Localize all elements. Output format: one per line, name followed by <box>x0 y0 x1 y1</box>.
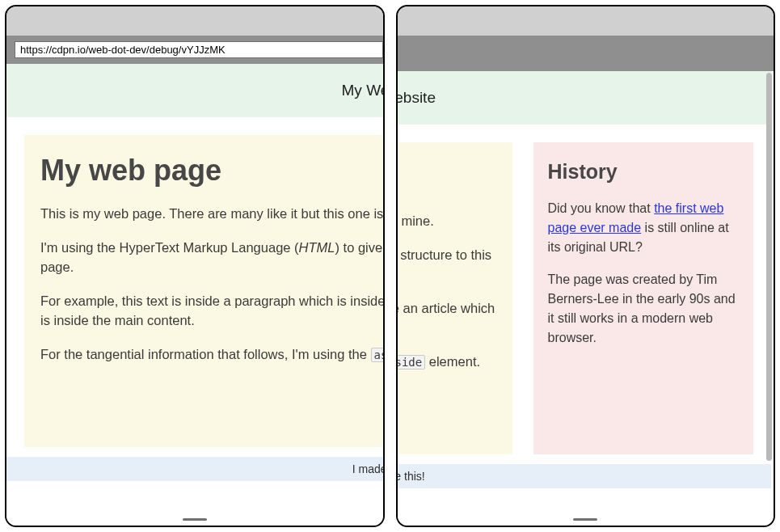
article-p4a: For the tangential information that foll… <box>40 347 371 361</box>
device-top-bar <box>6 6 383 36</box>
url-input[interactable] <box>15 41 383 58</box>
article: My web page This is my web page. There a… <box>24 135 383 447</box>
site-title: My Website <box>342 82 383 99</box>
article-p2b: ) to give structure to this page. <box>398 247 492 281</box>
viewport-right[interactable]: My Website My web page This is my web pa… <box>398 71 774 526</box>
article-heading: My web page <box>40 150 383 192</box>
device-left: My Website My web page This is my web pa… <box>5 5 385 527</box>
article-p1: This is my web page. There are many like… <box>398 212 496 231</box>
aside-code-tag: aside <box>371 348 383 362</box>
article-p2a: I'm using the HyperText Markup Language … <box>40 240 299 255</box>
article-p4: For the tangential information that foll… <box>398 353 496 372</box>
site-header: My Website <box>6 64 383 117</box>
device-top-bar <box>398 6 774 36</box>
article: My web page This is my web page. There a… <box>398 142 512 454</box>
aside-p2: The page was created by Tim Berners-Lee … <box>548 270 739 348</box>
device-right: My Website My web page This is my web pa… <box>396 5 776 527</box>
main-row: My web page This is my web page. There a… <box>6 117 383 455</box>
article-p4b: element. <box>425 354 480 369</box>
site-title: My Website <box>398 89 436 107</box>
home-handle-icon[interactable] <box>573 518 597 521</box>
url-bar <box>398 36 774 71</box>
site-footer: I made this! <box>398 464 771 488</box>
aside-heading: History <box>548 157 739 188</box>
aside-p1: Did you know that the first web page eve… <box>548 199 739 257</box>
url-bar <box>6 36 383 64</box>
article-p2: I'm using the HyperText Markup Language … <box>398 246 496 285</box>
site-header: My Website <box>398 71 771 125</box>
site-footer: I made this! <box>6 457 383 481</box>
device-pair: My Website My web page This is my web pa… <box>0 0 780 532</box>
article-p4: For the tangential information that foll… <box>40 345 383 365</box>
html-abbr: HTML <box>299 240 335 255</box>
article-p1: This is my web page. There are many like… <box>40 205 383 224</box>
article-p3: For example, this text is inside a parag… <box>398 299 496 338</box>
footer-text: I made this! <box>352 462 383 475</box>
footer-text: I made this! <box>398 470 425 483</box>
page-content: My Website My web page This is my web pa… <box>398 71 771 488</box>
aside: History Did you know that the first web … <box>533 142 753 454</box>
scrollbar[interactable] <box>764 71 774 526</box>
article-p3: For example, this text is inside a parag… <box>40 292 383 331</box>
page-content: My Website My web page This is my web pa… <box>6 64 383 481</box>
article-heading: My web page <box>398 157 496 199</box>
scrollbar-thumb[interactable] <box>766 73 772 461</box>
aside-code-tag: aside <box>398 355 426 369</box>
home-handle-icon[interactable] <box>183 518 207 521</box>
aside-p1a: Did you know that <box>548 201 655 215</box>
article-p2: I'm using the HyperText Markup Language … <box>40 239 383 277</box>
main-row: My web page This is my web page. There a… <box>398 125 771 462</box>
viewport-left[interactable]: My Website My web page This is my web pa… <box>6 64 383 526</box>
